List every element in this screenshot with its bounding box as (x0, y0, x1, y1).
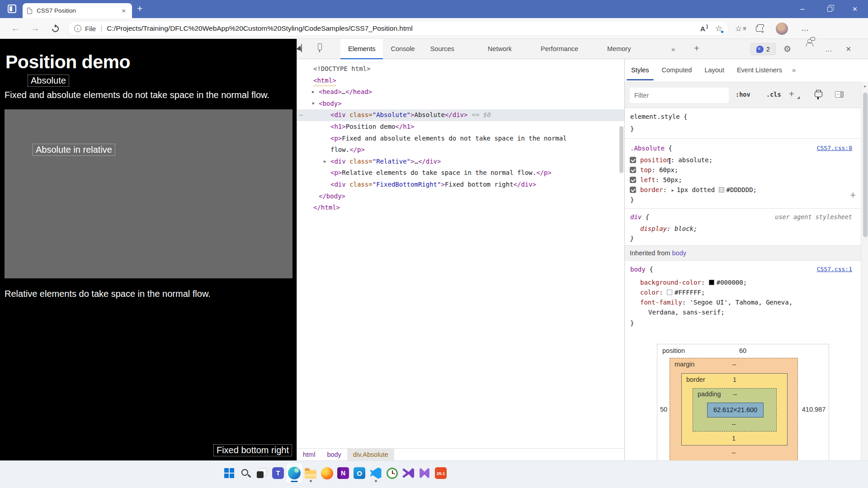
color-swatch[interactable] (719, 187, 724, 192)
onenote-button[interactable]: N (335, 463, 351, 483)
tree-line-div-absolute-selected[interactable]: ⋯<div class="Absolute">Absolute</div>== … (297, 109, 624, 121)
color-swatch[interactable] (709, 280, 714, 285)
collapse-arrow-icon[interactable]: ▼ (312, 98, 314, 110)
breadcrumb-div-absolute[interactable]: div.Absolute (347, 449, 394, 460)
scrollbar-thumb[interactable] (863, 93, 868, 237)
tree-line-html-close[interactable]: </html> (297, 202, 624, 214)
tree-line-div-relative[interactable]: ▶<div class="Relative">…</div> (297, 156, 624, 168)
address-bar[interactable]: i File | C:/Projects/Training/DFLC%20Web… (68, 21, 729, 36)
favorites-button[interactable]: ☆≡ (735, 18, 745, 39)
page-info-icon[interactable]: i (74, 25, 81, 32)
profile-button[interactable] (776, 18, 788, 39)
new-style-rule-button[interactable]: + (789, 88, 799, 100)
browser-menu-button[interactable]: … (801, 18, 809, 39)
tab-memory[interactable]: Memory (599, 39, 638, 59)
body-rule-selector-row[interactable]: body {CSS7.css:1 (625, 264, 861, 274)
div-rule-selector-row[interactable]: div {user agent stylesheet (625, 212, 861, 222)
tab-styles[interactable]: Styles (625, 59, 656, 82)
more-sidebar-tabs-button[interactable]: » (788, 59, 796, 82)
css-property-row[interactable]: color: #FFFFFF; (625, 287, 861, 297)
tree-line-body[interactable]: ▼<body> (297, 98, 624, 110)
add-tab-button[interactable]: + (694, 39, 699, 59)
tab-performance[interactable]: Performance (533, 39, 586, 59)
task-view-button[interactable] (254, 463, 270, 483)
css-property-row[interactable]: border: ▶1px dotted #DDDDDD; (625, 185, 861, 195)
css-property-row[interactable]: display: block; (625, 224, 861, 234)
css-property-row[interactable]: top: 60px; (625, 165, 861, 175)
tab-console[interactable]: Console (383, 39, 422, 59)
visual-studio-blend-button[interactable] (416, 463, 433, 483)
stylesheet-link[interactable]: CSS7.css:1 (817, 264, 852, 274)
window-close-button[interactable]: × (844, 0, 865, 18)
issues-counter-button[interactable]: 2 (750, 43, 776, 55)
vscode-button[interactable] (368, 463, 384, 483)
property-checkbox[interactable] (630, 177, 636, 183)
tree-line-doctype[interactable]: <!DOCTYPE html> (297, 63, 624, 75)
workspaces-icon[interactable] (8, 5, 16, 13)
element-style-rule[interactable]: element.style { (625, 112, 861, 122)
feedback-button[interactable] (806, 39, 816, 49)
start-button[interactable] (221, 463, 237, 483)
more-tabs-button[interactable]: » (671, 39, 675, 59)
stylesheet-link[interactable]: CSS7.css:8 (817, 143, 852, 153)
tree-line-p1-wrap[interactable]: flow.</p> (297, 144, 624, 156)
search-button[interactable] (237, 463, 254, 483)
color-swatch[interactable] (667, 290, 672, 295)
toggle-class-button[interactable]: .cls (766, 91, 781, 98)
tree-line-p1[interactable]: <p>Fixed and absolute elements do not ta… (297, 133, 624, 145)
outlook-button[interactable]: O (351, 463, 368, 483)
css-property-row[interactable]: background-color: #000000; (625, 277, 861, 287)
forward-button[interactable]: → (28, 18, 42, 39)
expand-arrow-icon[interactable]: ▶ (324, 156, 326, 168)
app-20-1-button[interactable]: 20.1 (433, 463, 449, 483)
box-model-content-box[interactable]: 62.612×21.600 (707, 403, 764, 418)
scrollbar-up-icon[interactable]: ▲ (863, 84, 867, 88)
devtools-more-button[interactable]: … (825, 39, 833, 59)
add-property-button[interactable]: + (850, 189, 856, 201)
tree-line-h1[interactable]: <h1>Position demo</h1> (297, 121, 624, 133)
box-model-diagram[interactable]: position 60 50 – 1 – – 1 – 410.987 – 1 –… (657, 344, 829, 460)
absolute-rule-selector-row[interactable]: .Absolute {CSS7.css:8 (625, 143, 861, 153)
teams-button[interactable]: T (270, 463, 286, 483)
css-property-row[interactable]: font-family: 'Segoe UI', Tahoma, Geneva, (625, 297, 861, 307)
css-property-row[interactable]: left: 50px; (625, 175, 861, 185)
tab-sources[interactable]: Sources (423, 39, 462, 59)
tree-line-div-fixedbottomright[interactable]: <div class="FixedBottomRight">Fixed bott… (297, 179, 624, 191)
firefox-button[interactable] (319, 463, 335, 483)
browser-tab[interactable]: CSS7 Position × (23, 3, 132, 18)
file-explorer-button[interactable] (302, 463, 319, 483)
tab-close-icon[interactable]: × (120, 6, 127, 15)
device-emulation-button[interactable] (319, 44, 329, 54)
styles-scrollbar[interactable]: ▲ (861, 82, 868, 460)
back-button[interactable]: ← (8, 18, 23, 39)
collections-button[interactable] (756, 18, 763, 39)
tab-layout[interactable]: Layout (698, 59, 731, 82)
breadcrumb-html[interactable]: html (297, 449, 321, 460)
css-property-row[interactable]: position: absolute; (625, 155, 861, 165)
tree-line-head[interactable]: ▶<head>…</head> (297, 86, 624, 98)
property-checkbox[interactable] (630, 187, 636, 193)
window-restore-button[interactable] (819, 0, 840, 18)
url-text[interactable]: C:/Projects/Training/DFLC%20WebApp%20Cus… (107, 24, 412, 33)
read-aloud-icon[interactable]: A (700, 25, 705, 33)
reload-button[interactable] (48, 18, 62, 39)
property-checkbox[interactable] (630, 167, 636, 173)
styles-filter-input[interactable] (630, 88, 729, 103)
new-tab-button[interactable]: + (137, 4, 142, 14)
toggle-hover-button[interactable]: :hov (736, 91, 750, 98)
tab-elements[interactable]: Elements (340, 39, 383, 59)
add-favorite-icon[interactable]: ☆ (715, 23, 722, 33)
inspect-element-button[interactable] (301, 44, 311, 54)
inherited-body-link[interactable]: body (672, 249, 686, 257)
devtools-settings-button[interactable]: ⚙ (783, 39, 791, 59)
rendering-brush-icon[interactable] (815, 92, 822, 97)
tree-line-html[interactable]: <html> (297, 75, 624, 87)
window-minimize-button[interactable]: – (792, 0, 813, 18)
tab-computed[interactable]: Computed (656, 59, 698, 82)
devtools-close-button[interactable]: × (846, 39, 851, 59)
visual-studio-button[interactable] (400, 463, 416, 483)
breadcrumb-body[interactable]: body (321, 449, 347, 460)
tree-line-body-close[interactable]: </body> (297, 191, 624, 202)
elements-scrollbar[interactable] (619, 126, 623, 173)
node-options-icon[interactable]: ⋯ (299, 109, 303, 121)
